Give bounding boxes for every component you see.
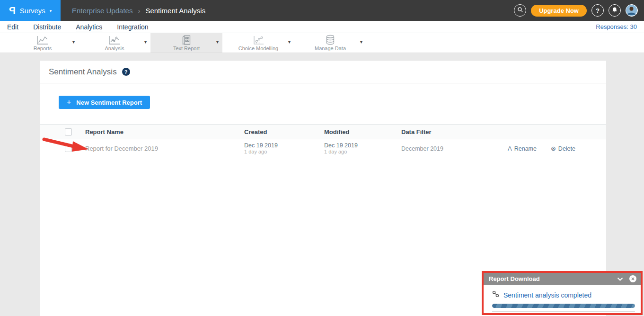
survey-nav: Edit Distribute Analytics Integration Re… [0,21,644,33]
data-filter-cell: December 2019 [401,145,491,152]
plus-icon: + [67,98,71,107]
download-progress-fill [492,304,635,308]
toolbar-item-choice-modelling[interactable]: Choice Modelling ▾ [222,33,294,53]
caret-down-icon[interactable]: ▾ [72,39,75,45]
toolbar-item-manage-data[interactable]: Manage Data ▾ [294,33,366,53]
toolbar-item-label: Reports [34,45,52,51]
toolbar-item-label: Text Report [173,45,200,51]
search-icon [517,7,523,14]
header-actions: Upgrade Now ? [514,4,644,17]
table-row: Report for December 2019 Dec 19 2019 1 d… [40,139,606,158]
modified-cell: Dec 19 2019 1 day ago [324,142,401,155]
select-all-checkbox[interactable] [65,128,72,135]
link-icon [492,290,499,299]
column-header-created: Created [244,128,324,135]
toolbar-item-reports[interactable]: Reports ▾ [7,33,79,53]
panel-divider [492,311,635,312]
column-header-report-name: Report Name [85,128,244,135]
caret-down-icon[interactable]: ▾ [360,39,362,45]
new-sentiment-report-label: New Sentiment Report [76,99,142,106]
rename-icon: A [508,145,512,152]
panel-title-row: Sentiment Analysis ? [40,61,606,83]
breadcrumb-current-page: Sentiment Analysis [145,7,205,15]
breadcrumb-separator-icon: › [138,7,140,15]
created-relative: 1 day ago [244,149,324,155]
panel-actions [617,275,636,282]
download-link-row[interactable]: Sentiment analysis completed [492,290,635,299]
database-icon [325,35,335,45]
caret-down-icon[interactable]: ▾ [288,39,291,45]
nav-tab-distribute[interactable]: Distribute [33,23,61,31]
document-report-icon [182,35,191,45]
user-avatar[interactable] [626,4,638,17]
toolbar-item-label: Choice Modelling [238,45,278,51]
report-download-title: Report Download [489,275,540,282]
collapse-chevron-icon[interactable] [617,277,623,281]
choice-chart-icon [253,35,264,45]
modified-relative: 1 day ago [324,149,401,155]
top-header: P Surveys ▾ Enterprise Updates › Sentime… [0,0,644,21]
delete-button[interactable]: ⊗ Delete [551,145,575,152]
caret-down-icon[interactable]: ▾ [216,39,219,45]
page-help-icon[interactable]: ? [122,68,130,76]
help-button[interactable]: ? [591,4,604,17]
app-logo-icon: P [9,5,16,16]
new-sentiment-report-button[interactable]: + New Sentiment Report [59,96,150,109]
responses-count[interactable]: Responses: 30 [596,23,637,30]
created-cell: Dec 19 2019 1 day ago [244,142,324,155]
notifications-button[interactable] [609,4,621,17]
report-name-link[interactable]: Report for December 2019 [85,145,244,152]
download-link-label[interactable]: Sentiment analysis completed [503,291,591,299]
upgrade-now-button[interactable]: Upgrade Now [531,5,587,17]
report-download-panel: Report Download Sentiment analysis compl… [482,271,643,315]
created-date: Dec 19 2019 [244,142,324,149]
nav-tab-integration[interactable]: Integration [117,23,148,31]
line-chart-icon [36,35,49,45]
toolbar-item-text-report[interactable]: Text Report ▾ [150,33,222,53]
caret-down-icon[interactable]: ▾ [144,39,147,45]
delete-icon: ⊗ [551,145,556,152]
toolbar-item-label: Analysis [105,45,124,51]
analytics-toolbar: Reports ▾ Analysis ▾ Text Report ▾ Choic… [0,33,644,53]
toolbar-item-label: Manage Data [315,45,346,51]
breadcrumb: Enterprise Updates › Sentiment Analysis [72,7,205,15]
close-icon[interactable] [629,275,636,282]
product-switcher[interactable]: P Surveys ▾ [0,0,61,21]
row-checkbox[interactable] [65,145,72,152]
modified-date: Dec 19 2019 [324,142,401,149]
rename-button[interactable]: A Rename [508,145,537,152]
search-button[interactable] [514,4,526,17]
report-download-header[interactable]: Report Download [484,273,641,285]
caret-down-icon: ▾ [50,8,52,13]
toolbar-item-analysis[interactable]: Analysis ▾ [79,33,150,53]
scatter-chart-icon [108,35,121,45]
page-title: Sentiment Analysis [49,67,117,77]
report-download-body: Sentiment analysis completed [484,285,641,312]
reports-table: Report Name Created Modified Data Filter… [40,124,606,158]
bell-icon [611,7,618,15]
rename-label: Rename [514,145,537,152]
column-header-data-filter: Data Filter [401,128,491,135]
download-progress-bar [492,304,635,308]
table-header-row: Report Name Created Modified Data Filter [40,124,606,139]
row-actions: A Rename ⊗ Delete [491,145,575,152]
breadcrumb-survey-link[interactable]: Enterprise Updates [72,7,132,15]
nav-tab-analytics[interactable]: Analytics [76,23,102,31]
product-switcher-label: Surveys [20,7,45,15]
delete-label: Delete [558,145,575,152]
help-icon: ? [596,7,600,14]
nav-tab-edit[interactable]: Edit [7,23,18,31]
column-header-modified: Modified [324,128,401,135]
